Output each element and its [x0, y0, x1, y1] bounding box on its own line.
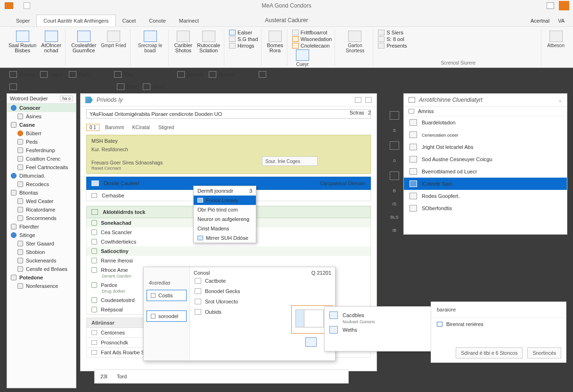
center-action-icon[interactable] — [355, 97, 361, 103]
nav-item[interactable]: Peds — [7, 138, 76, 146]
rpanel-item[interactable]: Sod Austne Cesneuyer Coicgu — [404, 153, 567, 165]
darkbtn-zolves[interactable]: Zolves — [9, 71, 34, 78]
nav-item[interactable]: Btiontas — [7, 188, 76, 197]
ribbon-btn-caribler[interactable]: CariblerShotos — [173, 30, 194, 54]
ribbon-btn-cosleafder[interactable]: CosleafderGuurnfice — [70, 30, 97, 54]
chooser-row[interactable]: Cactbote — [194, 276, 331, 286]
rpanel-item[interactable]: Buardelotadon — [404, 116, 567, 129]
darkbtn2-wers[interactable]: Wers — [143, 83, 164, 90]
ribbon-small-siers[interactable]: S Siers — [378, 30, 407, 35]
darkbtn-etah[interactable]: Etah — [69, 71, 90, 78]
rpanel-item[interactable]: Jright Ost letcarlel Abs — [404, 141, 567, 153]
nav-item[interactable]: Casne — [7, 121, 76, 129]
ribbon-small-8ool[interactable]: S: 8 ool — [378, 36, 407, 42]
tab-5[interactable]: Marinect — [172, 15, 205, 26]
nav-icon — [11, 275, 16, 280]
nav-item[interactable]: Nonferasence — [7, 282, 76, 290]
path-input[interactable]: YAsFloaat Oritomigérabita Pisraer cendic… — [86, 109, 371, 119]
ribbon-btn-saalraviun[interactable]: Saal RaviunBisbes — [8, 30, 37, 54]
nav-item[interactable]: Potedone — [7, 273, 76, 282]
tab-file[interactable]: Soper — [9, 15, 36, 26]
darkbtn2-biee[interactable]: Biee — [117, 83, 137, 90]
ribbon-btn-garton[interactable]: Garton Snortess — [340, 30, 370, 54]
nav-item[interactable]: Sbobion — [7, 248, 76, 256]
ribbon-btn-bomes[interactable]: BomesRora — [266, 30, 284, 54]
action-card-btn-1[interactable]: Sdírand é tibi e 6 Stoncos — [456, 347, 523, 359]
nav-item[interactable]: Ster Gaaard — [7, 239, 76, 248]
nav-item[interactable]: Suckeneards — [7, 256, 76, 265]
ribbon-btn-rutoccale[interactable]: RutoccaleSclation — [196, 30, 221, 54]
nav-item[interactable]: Sncornnends — [7, 214, 76, 222]
chooser-side-btn-1[interactable]: Costis — [147, 290, 187, 301]
nav-item[interactable]: Fberdter — [7, 222, 76, 231]
darkbtn-ciack[interactable]: Ciack — [40, 71, 63, 78]
nav-item[interactable]: Dittumciad. — [7, 172, 76, 180]
ctxmenu-item[interactable]: Obr Pió trind com — [194, 205, 256, 214]
rpanel-item[interactable]: Bverrotblamed od Luecr — [404, 165, 567, 178]
ribbon-small-wison[interactable]: Wisonedation — [292, 36, 332, 42]
filter-label[interactable]: Sctras — [350, 110, 364, 115]
tab-right-1[interactable]: Acertnal — [531, 18, 549, 24]
center-tab-1[interactable]: Baromnt — [102, 123, 127, 131]
nav-icon — [17, 215, 23, 221]
rstrip-icon-2[interactable] — [390, 141, 399, 150]
nav-item[interactable]: Feel Cartnocteaits — [7, 163, 76, 172]
ctxmenu-item[interactable]: Fooos Lnosey — [194, 196, 256, 205]
ribbon-small-cnolet[interactable]: Cnoletecaon — [292, 43, 332, 49]
tab-3[interactable]: Cacet — [116, 15, 143, 26]
nav-item[interactable]: Wed Ceater — [7, 197, 76, 205]
chooser-zoom[interactable]: Q 21201 — [311, 270, 331, 276]
rpanel-item[interactable]: iCrèrettr Sarc — [404, 178, 567, 190]
nav-item[interactable]: Censfe ed Bréaes — [7, 265, 76, 273]
ribbon-btn-atolncer[interactable]: AtOlncernchad — [40, 30, 62, 54]
center-tab-3[interactable]: Stigred — [156, 123, 177, 131]
nav-item[interactable]: Recodecs — [7, 180, 76, 188]
external-source-button[interactable]: Sour. Inie Coges — [262, 156, 318, 166]
center-tab-pill[interactable]: 0 1 — [86, 124, 99, 131]
green-item[interactable]: Ranne iherosi — [87, 256, 370, 265]
action-card-link[interactable]: Birenrat reriéres — [431, 318, 566, 331]
ribbon-btn-gmprt[interactable]: Gmprt Fried — [100, 30, 127, 54]
rpanel-item[interactable]: Rodes Goopfert. — [404, 190, 567, 202]
window-control-icon[interactable] — [547, 2, 554, 9]
ribbon-small-hirrogs[interactable]: Hirrogs — [229, 43, 258, 49]
tab-right-2[interactable]: VA — [558, 18, 565, 24]
nav-item[interactable]: Asines — [7, 112, 76, 121]
darkbtn-eitla[interactable]: Eitla — [114, 71, 134, 78]
nav-item[interactable]: Fesferdnunp — [7, 146, 76, 155]
center-tab-2[interactable]: KCiratal — [130, 123, 153, 131]
green-item[interactable]: Saticoctiny — [87, 246, 370, 256]
rpanel-item[interactable]: SOberfondtis — [404, 202, 567, 214]
ribbon-btn-srecroap[interactable]: Srecroap le boadí — [135, 30, 165, 54]
rstrip-icon-1[interactable] — [390, 111, 399, 120]
ribbon-small-presents[interactable]: Presents — [378, 43, 407, 49]
darkbtn-atenvo[interactable]: Atenvo — [177, 71, 203, 78]
chooser-row[interactable]: Bonodel Gecks — [194, 286, 331, 296]
darkbtn-house-icon[interactable] — [259, 71, 266, 78]
quickaccess-icon[interactable] — [24, 2, 30, 9]
nav-item[interactable]: Büberr — [7, 129, 76, 138]
ribbon-btn-atbeson[interactable]: Atbeson — [546, 30, 565, 49]
tab-active[interactable]: Court Aantitr Kalt Anthingers — [36, 15, 115, 26]
nav-item[interactable]: Conocer — [7, 104, 76, 112]
help-icon[interactable] — [559, 1, 569, 10]
chooser-side-btn-2[interactable]: soroodel — [147, 310, 187, 322]
darkbtn-broroe[interactable]: Broroe — [209, 71, 234, 78]
ctxmenu-item[interactable]: Neuror on aufgelereng — [194, 214, 256, 224]
rpanel-item[interactable]: Cenerustien oceer — [404, 129, 567, 141]
darkbtn2-icon[interactable] — [9, 83, 17, 90]
nav-item[interactable]: Ricatordame — [7, 205, 76, 214]
ribbon-small-sgthad[interactable]: S.G thad — [229, 36, 258, 42]
tab-4[interactable]: Conote — [142, 15, 172, 26]
ribbon-btn-cueyr[interactable]: Cueyr — [295, 49, 310, 68]
nav-item[interactable]: Sitinge — [7, 231, 76, 239]
chevron-down-icon[interactable]: ⌄ — [558, 97, 562, 103]
ctxmenu-item[interactable]: Mirrer SUH Ddóse — [194, 233, 256, 243]
nav-item[interactable]: Coattion Crenc — [7, 155, 76, 163]
ribbon-small-ealser[interactable]: Ealser — [229, 30, 258, 35]
ribbon-small-fritt[interactable]: Frittfboarrot — [292, 30, 332, 35]
action-card-btn-2[interactable]: Snortincés — [527, 347, 561, 359]
center-close-icon[interactable] — [365, 97, 372, 103]
ctxmenu-item[interactable]: Cirist Madens — [194, 224, 256, 233]
rstrip-icon-3[interactable] — [390, 172, 399, 180]
